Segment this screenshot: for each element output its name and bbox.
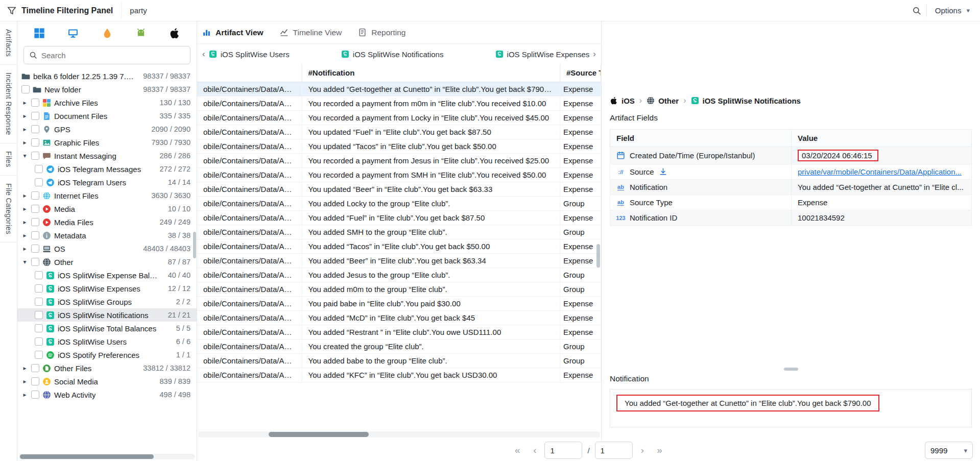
tree-checkbox[interactable] [31, 138, 39, 147]
tree-checkbox[interactable] [31, 218, 39, 226]
rail-tab[interactable]: Files [0, 143, 17, 176]
expand-arrow-icon[interactable]: ▸ [21, 365, 28, 372]
tree-item[interactable]: iOS Spotify Preferences 1 / 1 [17, 348, 197, 361]
splitter-grip[interactable] [784, 368, 798, 371]
current-artifact-link[interactable]: iOS SplitWise Notifications [341, 50, 444, 59]
tree-checkbox[interactable] [35, 337, 43, 346]
tree-checkbox[interactable] [35, 165, 43, 173]
table-row[interactable]: obile/Containers/Data/Appli... You added… [197, 210, 601, 225]
rail-tab[interactable]: File Categories [0, 176, 17, 242]
scrollbar-thumb[interactable] [20, 454, 154, 459]
expand-arrow-icon[interactable]: ▾ [21, 258, 28, 265]
total-pages-input[interactable] [595, 442, 633, 459]
expand-arrow-icon[interactable]: ▸ [21, 391, 28, 398]
tree-checkbox[interactable] [31, 152, 39, 160]
tree-item[interactable]: ▾ Instant Messaging 286 / 286 [17, 149, 197, 162]
expand-arrow-icon[interactable]: ▸ [21, 99, 28, 106]
table-row[interactable]: obile/Containers/Data/Appli... You recor… [197, 153, 601, 167]
monitor-icon[interactable] [66, 27, 80, 39]
tree-item[interactable]: iOS Telegram Messages 272 / 272 [17, 162, 197, 176]
tree-checkbox[interactable] [31, 377, 39, 385]
tree-item[interactable]: ▸ Internet Files 3630 / 3630 [17, 189, 197, 202]
rail-tab[interactable]: Incident Response [0, 65, 17, 143]
tree-item[interactable]: belka 6 folder 12.25 1.39 7.5.1 98337 / … [17, 69, 197, 83]
tree-checkbox[interactable] [31, 112, 39, 120]
expand-arrow-icon[interactable]: ▸ [21, 219, 28, 226]
table-row[interactable]: obile/Containers/Data/Appli... You added… [197, 225, 601, 239]
tree-checkbox[interactable] [31, 125, 39, 133]
tree-item[interactable]: iOS SplitWise Notifications 21 / 21 [17, 308, 197, 322]
next-page-button[interactable]: › [635, 443, 650, 458]
field-row[interactable]: :// Source private/var/mobile/Containers… [610, 164, 972, 180]
view-tab[interactable]: Timeline View [280, 28, 342, 37]
tree-checkbox[interactable] [35, 324, 43, 332]
options-button[interactable]: Options ▾ [932, 3, 973, 18]
page-size-select[interactable]: 9999 ▾ [925, 442, 973, 459]
tree-checkbox[interactable] [35, 178, 43, 186]
table-row[interactable]: obile/Containers/Data/Appli... You recor… [197, 110, 601, 125]
download-icon[interactable] [659, 167, 667, 176]
tree-item[interactable]: ▸ Media 10 / 10 [17, 202, 197, 215]
table-row[interactable]: obile/Containers/Data/Appli... You added… [197, 196, 601, 210]
tree-checkbox[interactable] [31, 231, 39, 239]
table-row[interactable]: obile/Containers/Data/Appli... You added… [197, 253, 601, 268]
tree-item[interactable]: ▸ Archive Files 130 / 130 [17, 96, 197, 109]
search-button[interactable] [912, 6, 921, 15]
tree-item[interactable]: iOS SplitWise Users 6 / 6 [17, 335, 197, 348]
table-row[interactable]: obile/Containers/Data/Appli... You added… [197, 368, 601, 382]
tree-checkbox[interactable] [31, 364, 39, 372]
sidebar-vertical-scrollbar[interactable] [193, 232, 196, 258]
field-row[interactable]: ab Notification You added “Get-together … [610, 180, 972, 195]
column-header-notification[interactable]: #Notification [302, 64, 560, 82]
tree-item[interactable]: iOS SplitWise Expense Balances 40 / 40 [17, 269, 197, 282]
linux-icon[interactable] [101, 27, 114, 39]
timeline-filter-search-input[interactable] [121, 2, 906, 19]
tree-item[interactable]: iOS Telegram Users 14 / 14 [17, 176, 197, 189]
tree-item[interactable]: ▸ GPS 2090 / 2090 [17, 123, 197, 136]
expand-arrow-icon[interactable]: ▸ [21, 192, 28, 199]
tree-checkbox[interactable] [31, 391, 39, 399]
table-row[interactable]: obile/Containers/Data/Appli... You updat… [197, 182, 601, 196]
column-header-path[interactable] [197, 64, 302, 82]
expand-arrow-icon[interactable]: ▸ [21, 245, 28, 252]
column-header-source-type[interactable]: #Source Type [560, 64, 601, 82]
tree-checkbox[interactable] [35, 271, 43, 279]
expand-arrow-icon[interactable]: ▸ [21, 139, 28, 146]
table-row[interactable]: obile/Containers/Data/Appli... You paid … [197, 296, 601, 310]
windows-icon[interactable] [33, 27, 46, 39]
tree-item[interactable]: iOS SplitWise Total Balances 5 / 5 [17, 322, 197, 335]
table-row[interactable]: obile/Containers/Data/Appli... You added… [197, 282, 601, 296]
sidebar-search-input[interactable] [41, 51, 185, 60]
tree-checkbox[interactable] [31, 245, 39, 253]
apple-icon[interactable] [168, 27, 181, 39]
table-row[interactable]: obile/Containers/Data/Appli... You added… [197, 353, 601, 368]
field-row[interactable]: 123 Notification ID 10021834592 [610, 210, 972, 226]
tree-checkbox[interactable] [31, 191, 39, 200]
tree-item[interactable]: iOS SplitWise Expenses 12 / 12 [17, 282, 197, 295]
tree-checkbox[interactable] [35, 284, 43, 293]
tree-item[interactable]: ▸ Graphic Files 7930 / 7930 [17, 136, 197, 149]
scrollbar-thumb[interactable] [269, 432, 369, 437]
table-row[interactable]: obile/Containers/Data/Appli... You added… [197, 268, 601, 282]
tree-checkbox[interactable] [31, 99, 39, 107]
tree-item[interactable]: ▸ Media Files 249 / 249 [17, 215, 197, 229]
field-row[interactable]: Created Date/Time (Europe/Istanbul) 03/2… [610, 147, 972, 164]
tree-checkbox[interactable] [35, 311, 43, 319]
table-row[interactable]: obile/Containers/Data/Appli... You recor… [197, 96, 601, 110]
view-tab[interactable]: Reporting [358, 28, 405, 37]
table-row[interactable]: obile/Containers/Data/Appli... You added… [197, 239, 601, 253]
expand-arrow-icon[interactable]: ▸ [21, 112, 28, 119]
table-row[interactable]: obile/Containers/Data/Appli... You recor… [197, 167, 601, 182]
table-row[interactable]: obile/Containers/Data/Appli... You added… [197, 325, 601, 339]
tree-item[interactable]: ▸ Web Activity 498 / 498 [17, 388, 197, 401]
tree-item[interactable]: ▸ Metadata 38 / 38 [17, 229, 197, 242]
table-horizontal-scrollbar[interactable] [198, 431, 600, 438]
tree-checkbox[interactable] [35, 298, 43, 306]
tree-item[interactable]: iOS SplitWise Groups 2 / 2 [17, 295, 197, 308]
tree-item[interactable]: ▸ Document Files 335 / 335 [17, 109, 197, 123]
table-row[interactable]: obile/Containers/Data/Appli... You added… [197, 82, 601, 96]
breadcrumb-item-ios[interactable]: iOS [610, 96, 635, 105]
table-vertical-scrollbar[interactable] [596, 244, 600, 268]
tree-checkbox[interactable] [31, 258, 39, 266]
breadcrumb-item-notifications[interactable]: iOS SplitWise Notifications [691, 96, 801, 105]
